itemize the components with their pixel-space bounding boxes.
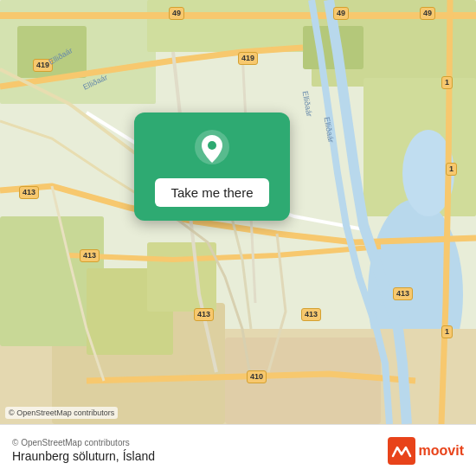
road-badge-419b: 419 (238, 52, 258, 65)
moovit-logo: moovit (388, 437, 464, 465)
road-badge-49c: 49 (420, 7, 435, 20)
moovit-icon (388, 437, 415, 465)
road-badge-1a: 1 (441, 76, 453, 89)
svg-rect-14 (147, 242, 216, 312)
road-badge-413d: 413 (301, 308, 321, 321)
road-badge-413b: 413 (80, 249, 100, 262)
svg-point-17 (208, 141, 216, 150)
osm-credit: © OpenStreetMap contributors (12, 438, 155, 447)
road-badge-1b: 1 (446, 163, 457, 176)
svg-rect-18 (388, 437, 415, 465)
road-badge-49a: 49 (169, 7, 184, 20)
road-badge-413a: 413 (19, 186, 39, 199)
location-name: Hraunberg söluturn, Ísland (12, 449, 155, 463)
road-badge-49b: 49 (333, 7, 349, 20)
map-attribution: © OpenStreetMap contributors (5, 407, 118, 419)
popup-card: Take me there (134, 113, 290, 221)
road-badge-413c: 413 (194, 308, 214, 321)
moovit-text: moovit (419, 443, 464, 459)
take-me-there-button[interactable]: Take me there (155, 178, 268, 207)
road-badge-1c: 1 (441, 325, 453, 338)
road-badge-413e: 413 (393, 287, 413, 300)
svg-rect-15 (0, 12, 476, 19)
map-container: 49 49 49 419 419 413 413 413 413 413 1 1… (0, 0, 476, 424)
bottom-bar: © OpenStreetMap contributors Hraunberg s… (0, 424, 476, 476)
road-badge-410: 410 (247, 370, 267, 383)
location-pin-icon (191, 128, 233, 170)
location-info: © OpenStreetMap contributors Hraunberg s… (12, 438, 155, 463)
